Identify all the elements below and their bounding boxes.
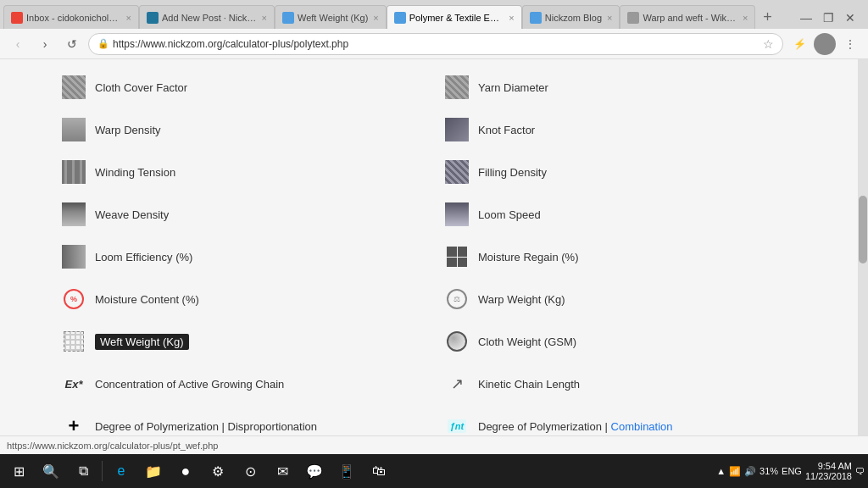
restore-button[interactable]: ❐ — [817, 7, 839, 29]
tab-favicon — [11, 12, 23, 24]
taskbar-notify-icon: ▲ — [716, 466, 726, 476]
item-label: Concentration of Active Growing Chain — [95, 378, 284, 391]
weave-density-icon — [61, 202, 86, 227]
list-item[interactable]: + Degree of Polymerization | Disproporti… — [51, 405, 434, 435]
list-item[interactable]: Ex* Concentration of Active Growing Chai… — [51, 363, 434, 405]
tab-label: Polymer & Textile Engi... — [409, 13, 504, 23]
browser-window: Inbox - cidokonicholac... × Add New Post… — [0, 0, 868, 488]
item-label: Loom Efficiency (%) — [95, 251, 192, 263]
item-label: Kinetic Chain Length — [478, 378, 580, 391]
loom-efficiency-icon — [61, 244, 86, 269]
item-label-active: Weft Weight (Kg) — [95, 334, 189, 350]
list-item[interactable]: Knot Factor — [434, 108, 817, 151]
tab-wiki[interactable]: Warp and weft - Wikipe... × — [620, 5, 755, 29]
tab-favicon — [282, 12, 294, 24]
system-clock: 9:54 AM 11/23/2018 — [805, 461, 852, 481]
list-item[interactable]: Weft Weight (Kg) — [51, 320, 434, 363]
list-item[interactable]: ⚖ Warp Weight (Kg) — [434, 278, 817, 320]
nav-right: ⚡ ⋮ — [788, 33, 861, 55]
address-text: https://www.nickzom.org/calculator-plus/… — [113, 38, 760, 50]
list-item[interactable]: ƒnt Degree of Polymerization | Combinati… — [434, 405, 817, 435]
sound-icon: 🔊 — [744, 466, 756, 477]
menu-button[interactable]: ⋮ — [839, 33, 861, 55]
list-item[interactable]: % Moisture Content (%) — [51, 278, 434, 320]
settings-button[interactable]: ⚙ — [203, 456, 233, 486]
reload-button[interactable]: ↺ — [61, 33, 83, 55]
scrollbar[interactable] — [858, 59, 868, 435]
tab-close-icon[interactable]: × — [126, 13, 131, 23]
item-label: Warp Density — [95, 124, 161, 136]
minimize-button[interactable]: — — [795, 7, 817, 29]
tab-favicon — [147, 12, 159, 24]
back-button[interactable]: ‹ — [7, 33, 29, 55]
item-label: Cloth Cover Factor — [95, 81, 187, 94]
close-button[interactable]: ✕ — [839, 7, 861, 29]
list-item[interactable]: Moisture Regain (%) — [434, 236, 817, 278]
concentration-icon: Ex* — [61, 371, 86, 396]
clock-app-button[interactable]: ⊙ — [235, 456, 265, 486]
main-content: Cloth Cover Factor Yarn Diameter Warp De… — [0, 59, 868, 454]
item-label: Degree of Polymerization | Combination — [478, 420, 673, 433]
chrome-button[interactable]: ● — [170, 456, 201, 486]
extensions-button[interactable]: ⚡ — [788, 33, 810, 55]
tab-close-icon[interactable]: × — [509, 13, 514, 23]
moisture-regain-icon — [444, 244, 470, 269]
tab-wp[interactable]: Add New Post · Nickz... × — [139, 5, 275, 29]
warp-density-icon — [61, 117, 86, 142]
yarn-diameter-icon — [444, 75, 470, 100]
status-url: https://www.nickzom.org/calculator-plus/… — [7, 441, 218, 451]
search-button[interactable]: 🔍 — [36, 456, 66, 486]
clock-date: 11/23/2018 — [805, 471, 852, 481]
chat-button[interactable]: 💬 — [299, 456, 330, 486]
list-item[interactable]: Cloth Weight (GSM) — [434, 320, 817, 363]
tab-favicon — [394, 12, 406, 24]
new-tab-button[interactable]: + — [755, 5, 779, 29]
profile-button[interactable] — [814, 33, 836, 55]
list-item[interactable]: Loom Speed — [434, 193, 817, 236]
nav-bar: ‹ › ↺ 🔒 https://www.nickzom.org/calculat… — [0, 29, 868, 59]
mail-button[interactable]: ✉ — [267, 456, 298, 486]
tab-favicon — [627, 12, 639, 24]
tab-close-icon[interactable]: × — [743, 13, 748, 23]
item-label: Moisture Regain (%) — [478, 251, 579, 263]
action-center-icon[interactable]: 🗨 — [855, 466, 865, 476]
list-item[interactable]: ↗ Kinetic Chain Length — [434, 363, 817, 405]
tab-close-icon[interactable]: × — [262, 13, 267, 23]
tab-label: Weft Weight (Kg) — [298, 13, 368, 23]
list-item[interactable]: Weave Density — [51, 193, 434, 236]
status-bar: https://www.nickzom.org/calculator-plus/… — [0, 435, 868, 454]
start-button[interactable]: ⊞ — [3, 456, 34, 486]
item-label: Moisture Content (%) — [95, 293, 199, 306]
ie-button[interactable]: e — [106, 456, 136, 486]
list-item[interactable]: Yarn Diameter — [434, 66, 817, 108]
filling-density-icon — [444, 159, 470, 185]
list-item[interactable]: Filling Density — [434, 151, 817, 193]
tab-polymer[interactable]: Polymer & Textile Engi... × — [387, 5, 522, 29]
tab-close-icon[interactable]: × — [607, 13, 612, 23]
tab-gmail[interactable]: Inbox - cidokonicholac... × — [3, 5, 139, 29]
degree-disprop-icon: + — [61, 413, 86, 435]
weft-weight-icon — [61, 329, 86, 354]
tab-label: Inbox - cidokonicholac... — [26, 13, 121, 23]
address-bar[interactable]: 🔒 https://www.nickzom.org/calculator-plu… — [88, 33, 783, 55]
tab-close-icon[interactable]: × — [373, 13, 378, 23]
list-item[interactable]: Winding Tension — [51, 151, 434, 193]
lock-icon: 🔒 — [97, 38, 109, 49]
task-view-button[interactable]: ⧉ — [68, 456, 98, 486]
list-item[interactable]: Loom Efficiency (%) — [51, 236, 434, 278]
bookmark-icon[interactable]: ☆ — [763, 37, 774, 51]
forward-button[interactable]: › — [34, 33, 56, 55]
list-item[interactable]: Cloth Cover Factor — [51, 66, 434, 108]
battery-info: 31% — [760, 466, 778, 476]
store-button[interactable]: 🛍 — [364, 456, 394, 486]
tab-label: Nickzom Blog — [545, 13, 602, 23]
scrollbar-thumb[interactable] — [859, 196, 867, 263]
list-item[interactable]: Warp Density — [51, 108, 434, 151]
explorer-button[interactable]: 📁 — [138, 456, 169, 486]
tab-nickzom[interactable]: Nickzom Blog × — [522, 5, 620, 29]
item-label: Cloth Weight (GSM) — [478, 336, 576, 348]
apps-button[interactable]: 📱 — [331, 456, 362, 486]
tab-weft[interactable]: Weft Weight (Kg) × — [275, 5, 387, 29]
knot-factor-icon — [444, 117, 470, 142]
warp-weight-icon: ⚖ — [444, 286, 470, 312]
